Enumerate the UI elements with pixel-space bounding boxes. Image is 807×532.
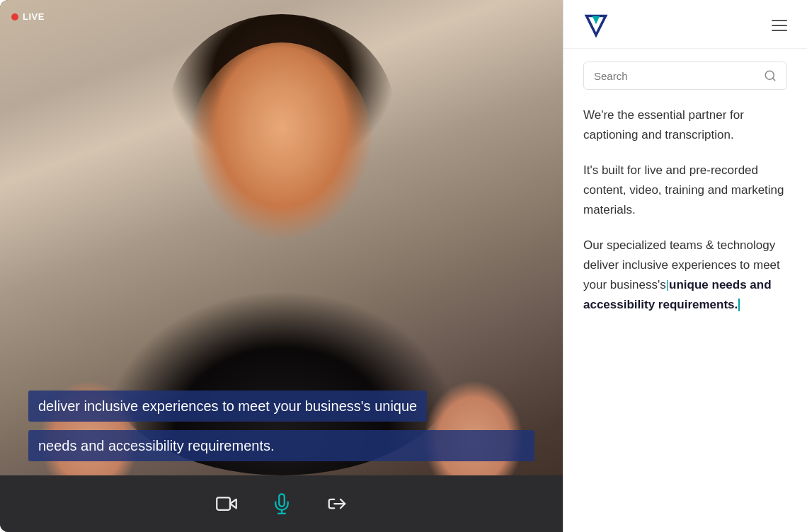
svg-line-7 <box>772 78 774 80</box>
video-controls-bar <box>0 475 563 532</box>
svg-rect-0 <box>217 497 230 510</box>
subtitle-line-2: needs and accessibility requirements. <box>28 430 534 461</box>
subtitle-line-1: deliver inclusive experiences to meet yo… <box>28 391 427 422</box>
subtitles-container: deliver inclusive experiences to meet yo… <box>28 391 534 461</box>
search-box <box>583 62 787 90</box>
content-area: We're the essential partner for captioni… <box>563 90 807 346</box>
content-para-2: It's built for live and pre-recorded con… <box>583 161 787 220</box>
video-panel: LIVE deliver inclusive experiences to me… <box>0 0 563 532</box>
live-badge: LIVE <box>11 11 45 22</box>
microphone-icon <box>271 493 292 514</box>
content-para-3: Our specialized teams & technology deliv… <box>583 236 787 315</box>
logo-icon <box>583 13 609 38</box>
hamburger-line-3 <box>772 30 787 31</box>
camera-button[interactable] <box>216 493 237 514</box>
search-input[interactable] <box>594 70 757 82</box>
camera-icon <box>216 493 237 514</box>
live-label: LIVE <box>23 11 45 22</box>
text-cursor <box>738 299 740 312</box>
search-section <box>563 49 807 90</box>
person-face <box>190 42 374 255</box>
share-button[interactable] <box>326 493 348 514</box>
microphone-button[interactable] <box>271 493 292 514</box>
share-icon <box>326 493 348 514</box>
hamburger-menu-button[interactable] <box>772 20 787 31</box>
live-indicator-dot <box>11 13 18 21</box>
hamburger-line-2 <box>772 25 787 26</box>
right-panel: We're the essential partner for captioni… <box>563 0 807 532</box>
brand-logo <box>583 13 609 38</box>
hamburger-line-1 <box>772 20 787 21</box>
right-header <box>563 0 807 49</box>
svg-marker-5 <box>593 16 600 25</box>
content-para-1: We're the essential partner for captioni… <box>583 105 787 145</box>
search-icon <box>764 69 777 82</box>
